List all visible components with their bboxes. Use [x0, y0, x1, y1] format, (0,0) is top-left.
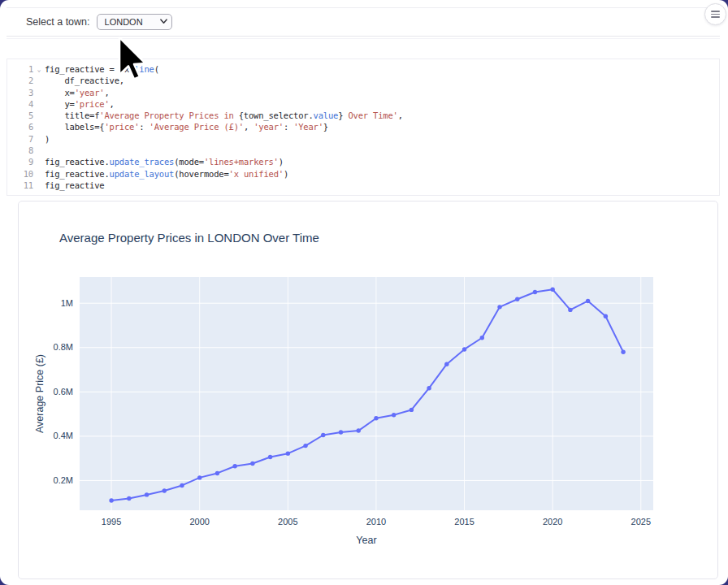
data-point-marker[interactable]: [533, 290, 537, 294]
fold-spacer: [33, 75, 45, 86]
data-point-marker[interactable]: [145, 492, 149, 496]
code-text: ): [45, 133, 50, 145]
code-line[interactable]: 4 y='price',: [7, 98, 719, 110]
data-point-marker[interactable]: [427, 386, 431, 390]
fold-arrow-icon[interactable]: ⌄: [33, 63, 45, 75]
chart-output-card: Average Property Prices in LONDON Over T…: [18, 201, 718, 579]
notebook-page: Select a town: LONDON 1⌄fig_reactive = p…: [0, 0, 728, 585]
data-point-marker[interactable]: [127, 496, 131, 500]
data-point-marker[interactable]: [215, 471, 219, 475]
line-number: 2: [7, 75, 33, 86]
chart-title: Average Property Prices in LONDON Over T…: [59, 231, 319, 245]
control-bar: Select a town: LONDON: [6, 7, 720, 37]
fold-spacer: [33, 168, 45, 180]
data-point-marker[interactable]: [357, 428, 361, 432]
data-point-marker[interactable]: [250, 462, 254, 466]
data-point-marker[interactable]: [162, 488, 167, 492]
x-tick-label: 2005: [278, 517, 297, 526]
select-town-label: Select a town:: [26, 16, 90, 28]
data-point-marker[interactable]: [410, 408, 414, 412]
code-text: fig_reactive.update_layout(hovermode='x …: [45, 168, 288, 180]
y-tick-label: 0.8M: [54, 342, 73, 352]
data-point-marker[interactable]: [197, 475, 202, 479]
code-line[interactable]: 8: [7, 145, 719, 156]
data-point-marker[interactable]: [515, 297, 519, 301]
line-number: 9: [7, 156, 33, 167]
data-point-marker[interactable]: [303, 444, 307, 448]
data-point-marker[interactable]: [268, 455, 272, 459]
fold-spacer: [33, 133, 45, 145]
line-number: 8: [7, 145, 33, 156]
code-line[interactable]: 9fig_reactive.update_traces(mode='lines+…: [7, 156, 719, 167]
fold-spacer: [33, 98, 45, 110]
data-point-marker[interactable]: [180, 483, 184, 488]
code-text: fig_reactive = px.line(: [45, 63, 159, 75]
line-number: 11: [7, 180, 33, 191]
fold-spacer: [33, 180, 45, 191]
data-point-marker[interactable]: [497, 305, 501, 309]
line-number: 3: [7, 87, 33, 98]
data-point-marker[interactable]: [109, 498, 113, 502]
y-tick-label: 0.6M: [54, 387, 73, 396]
data-point-marker[interactable]: [568, 308, 572, 312]
data-point-marker[interactable]: [392, 413, 396, 417]
x-tick-label: 2000: [189, 517, 209, 526]
code-text: x='year',: [45, 87, 110, 98]
data-point-marker[interactable]: [321, 433, 325, 437]
data-point-marker[interactable]: [621, 350, 625, 354]
y-tick-label: 0.2M: [54, 475, 73, 485]
x-tick-label: 1995: [102, 517, 121, 526]
section-divider: [6, 38, 720, 39]
code-text: labels={'price': 'Average Price (£)', 'y…: [45, 121, 328, 132]
line-number: 1: [7, 63, 33, 75]
data-point-marker[interactable]: [462, 347, 466, 351]
code-line[interactable]: 10fig_reactive.update_layout(hovermode='…: [7, 168, 719, 180]
x-tick-label: 2010: [366, 517, 386, 526]
town-select[interactable]: LONDON: [97, 14, 172, 30]
code-line[interactable]: 11fig_reactive: [7, 180, 719, 191]
line-number: 4: [7, 98, 33, 110]
data-point-marker[interactable]: [604, 314, 608, 318]
data-point-marker[interactable]: [286, 451, 290, 455]
data-point-marker[interactable]: [586, 299, 590, 303]
data-point-marker[interactable]: [374, 416, 378, 420]
line-number: 7: [7, 133, 33, 145]
y-tick-label: 1M: [61, 298, 73, 308]
x-tick-label: 2015: [454, 517, 474, 526]
code-text: y='price',: [45, 98, 115, 110]
code-line[interactable]: 1⌄fig_reactive = px.line(: [7, 63, 719, 75]
fold-spacer: [33, 87, 45, 98]
data-point-marker[interactable]: [339, 430, 343, 434]
price-chart-canvas[interactable]: Average Property Prices in LONDON Over T…: [19, 202, 717, 578]
code-editor[interactable]: 1⌄fig_reactive = px.line(2 df_reactive,3…: [6, 58, 720, 196]
line-number: 5: [7, 110, 33, 121]
code-text: fig_reactive.update_traces(mode='lines+m…: [45, 156, 284, 167]
data-point-marker[interactable]: [232, 464, 236, 468]
data-point-marker[interactable]: [444, 362, 448, 366]
x-tick-label: 2025: [631, 517, 651, 526]
code-line[interactable]: 2 df_reactive,: [7, 75, 719, 86]
code-line[interactable]: 6 labels={'price': 'Average Price (£)', …: [7, 121, 719, 132]
y-axis-title: Average Price (£): [34, 354, 46, 433]
plot-area[interactable]: [80, 277, 653, 510]
data-point-marker[interactable]: [550, 288, 554, 292]
fold-spacer: [33, 110, 45, 121]
data-point-marker[interactable]: [480, 336, 484, 340]
fold-spacer: [33, 121, 45, 132]
hamburger-icon: [711, 11, 720, 12]
code-text: fig_reactive: [45, 180, 104, 191]
x-axis-title: Year: [356, 535, 376, 546]
code-line[interactable]: 3 x='year',: [7, 87, 719, 98]
line-number: 10: [7, 168, 33, 180]
code-text: df_reactive,: [45, 75, 124, 86]
fold-spacer: [33, 145, 45, 156]
code-text: title=f'Average Property Prices in {town…: [45, 110, 403, 121]
menu-button[interactable]: [704, 3, 726, 25]
line-number: 6: [7, 121, 33, 132]
town-select-wrap: LONDON: [97, 14, 172, 31]
fold-spacer: [33, 156, 45, 167]
code-line[interactable]: 5 title=f'Average Property Prices in {to…: [7, 110, 719, 121]
y-tick-label: 0.4M: [54, 431, 73, 440]
code-line[interactable]: 7): [7, 133, 719, 145]
x-tick-label: 2020: [543, 517, 562, 526]
